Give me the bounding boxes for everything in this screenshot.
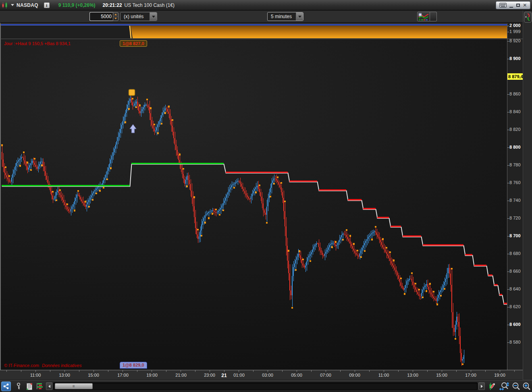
chart-style-group bbox=[417, 12, 437, 21]
upper-axis-label: 2 000 bbox=[509, 23, 523, 28]
chart-settings-icon bbox=[488, 382, 496, 390]
zoom-out-button[interactable] bbox=[511, 382, 521, 391]
axis-tick bbox=[507, 201, 509, 201]
buy-arrow-marker bbox=[130, 124, 136, 133]
time-tick bbox=[181, 370, 181, 372]
time-tick bbox=[514, 370, 515, 372]
chart-style-icon bbox=[418, 13, 429, 21]
timeframe-select-value: 5 minutes bbox=[268, 14, 295, 19]
share-button[interactable] bbox=[1, 382, 11, 391]
instrument-description: US Tech 100 Cash (1€) bbox=[125, 2, 175, 8]
report-button[interactable] bbox=[25, 382, 34, 391]
time-tick bbox=[268, 370, 268, 372]
market-depth-button[interactable] bbox=[35, 382, 45, 391]
window-controls: ✕ bbox=[496, 1, 530, 9]
day-range-label: Jour :+Haut 9 150,5 +Bas 8 934,1 bbox=[4, 41, 71, 46]
time-tick bbox=[282, 370, 283, 372]
axis-tick bbox=[507, 32, 509, 32]
close-icon[interactable]: ✕ bbox=[523, 2, 527, 9]
upper-axis-label: 1 999 bbox=[509, 29, 523, 34]
time-tick bbox=[35, 370, 36, 372]
time-tick bbox=[21, 370, 21, 372]
chart-style-caret-icon[interactable] bbox=[430, 12, 437, 21]
zoom-selection-button[interactable] bbox=[499, 382, 510, 391]
time-axis-label: 11:00 bbox=[30, 373, 41, 377]
units-select[interactable]: (x) unités bbox=[120, 12, 157, 21]
instrument-dropdown-caret-icon[interactable] bbox=[11, 4, 14, 6]
axis-tick bbox=[507, 218, 509, 219]
price-axis-label: 8 660 bbox=[509, 269, 523, 274]
chart-toolbar: (x) unités 5 minutes bbox=[0, 10, 523, 23]
order-tag-top[interactable]: 1@8 827,0 bbox=[120, 40, 147, 47]
order-tag-bottom[interactable]: 1@8 829,0 bbox=[120, 362, 147, 369]
time-tick bbox=[195, 370, 195, 372]
chart-style-button[interactable] bbox=[417, 12, 430, 21]
share-icon bbox=[3, 383, 9, 390]
time-tick bbox=[64, 370, 65, 372]
zoom-out-icon bbox=[512, 382, 521, 391]
chart-pane[interactable]: Jour :+Haut 9 150,5 +Bas 8 934,1 1@8 827… bbox=[0, 39, 507, 370]
chart-scrollbar[interactable]: ≡ bbox=[53, 382, 478, 390]
axis-tick bbox=[507, 183, 509, 183]
quantity-input[interactable] bbox=[89, 12, 113, 21]
zoom-in-icon bbox=[522, 382, 531, 391]
time-tick bbox=[108, 370, 108, 372]
scroll-right-button[interactable] bbox=[478, 382, 485, 390]
time-tick bbox=[369, 370, 370, 372]
disclaimer-text: Données indicatives bbox=[42, 363, 81, 368]
price-axis-label: 8 860 bbox=[509, 91, 523, 96]
axis-tick bbox=[507, 112, 509, 112]
price-axis[interactable]: 8 879,4 2 0001 9998 9208 9008 8608 8408 … bbox=[507, 23, 523, 370]
time-tick bbox=[384, 370, 384, 372]
timeframe-select-caret-icon[interactable] bbox=[296, 12, 303, 21]
time-tick bbox=[239, 370, 239, 372]
axis-tick bbox=[507, 272, 509, 272]
axis-tick bbox=[507, 325, 509, 325]
time-tick bbox=[6, 370, 7, 372]
price-axis-label: 8 900 bbox=[509, 56, 523, 61]
panel-toggle-button[interactable] bbox=[524, 12, 532, 23]
copyright-label: © IT-Finance.comDonnées indicatives bbox=[4, 363, 81, 368]
time-tick bbox=[253, 370, 254, 372]
time-tick bbox=[326, 370, 326, 372]
time-tick bbox=[398, 370, 399, 372]
maximize-icon[interactable] bbox=[516, 4, 520, 7]
quantity-increment-button[interactable] bbox=[113, 12, 118, 17]
time-axis[interactable]: 11:0013:0015:0017:0019:0021:0023:002101:… bbox=[0, 370, 523, 380]
axis-tick bbox=[507, 147, 509, 148]
highlight-square-marker bbox=[129, 89, 135, 95]
scrollbar-thumb[interactable]: ≡ bbox=[55, 383, 93, 389]
time-tick bbox=[456, 370, 457, 372]
price-axis-label: 8 920 bbox=[509, 38, 523, 43]
indicator-pane[interactable] bbox=[0, 23, 507, 39]
scroll-left-button[interactable] bbox=[46, 382, 52, 390]
indicator-line bbox=[1, 24, 507, 25]
axis-tick bbox=[507, 130, 509, 130]
time-tick bbox=[427, 370, 428, 372]
orders-button[interactable] bbox=[15, 382, 24, 391]
instrument-name[interactable]: NASDAQ bbox=[17, 2, 38, 8]
time-axis-label: 09:00 bbox=[349, 373, 360, 377]
chart-settings-button[interactable] bbox=[487, 382, 497, 391]
time-tick bbox=[485, 370, 486, 372]
candlestick-chart[interactable] bbox=[1, 39, 507, 370]
timeframe-select[interactable]: 5 minutes bbox=[267, 12, 303, 21]
time-tick bbox=[500, 370, 500, 372]
axis-tick bbox=[507, 307, 509, 307]
time-tick bbox=[79, 370, 79, 372]
time-axis-label: 15:00 bbox=[88, 373, 99, 377]
quantity-group bbox=[89, 12, 118, 21]
keyboard-icon[interactable] bbox=[499, 3, 507, 8]
info-icon[interactable]: i bbox=[44, 2, 50, 8]
time-axis-label: 19:00 bbox=[146, 373, 158, 377]
depth-bars-icon bbox=[36, 383, 44, 390]
axis-tick bbox=[507, 165, 509, 166]
quantity-decrement-button[interactable] bbox=[113, 17, 118, 21]
minimize-icon[interactable] bbox=[509, 7, 513, 8]
candles bbox=[1, 95, 464, 366]
units-select-caret-icon[interactable] bbox=[150, 12, 157, 21]
time-axis-label: 07:00 bbox=[320, 373, 331, 377]
time-tick bbox=[166, 370, 166, 372]
time-axis-label: 21 bbox=[221, 373, 227, 378]
zoom-in-button[interactable] bbox=[522, 382, 532, 391]
